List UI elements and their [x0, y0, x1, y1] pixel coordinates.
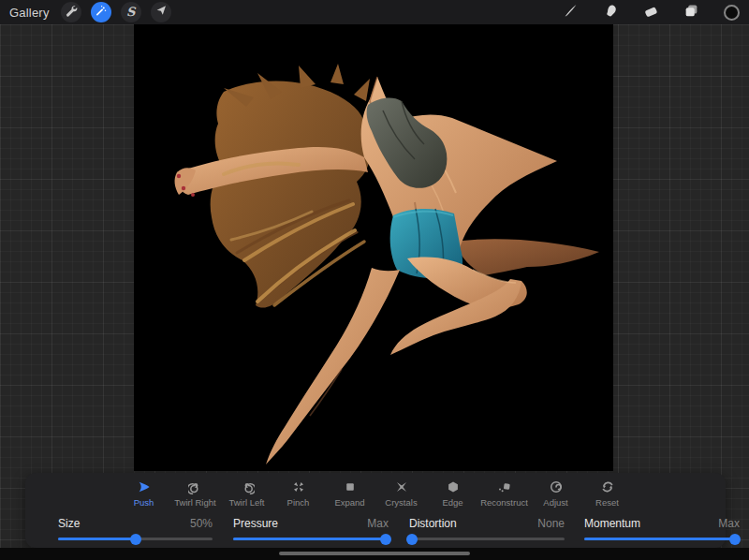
slider-track[interactable] — [58, 538, 213, 540]
tool-crystals[interactable]: Crystals — [375, 479, 427, 508]
selections-button[interactable]: S — [121, 2, 141, 22]
slider-value: Max — [718, 517, 740, 530]
wrench-icon — [64, 4, 78, 22]
tool-push[interactable]: Push — [118, 479, 169, 508]
slider-fill — [58, 538, 136, 540]
toolbar-left-group: S — [61, 2, 171, 22]
tool-label: Reconstruct — [480, 497, 528, 508]
layers-button[interactable] — [681, 2, 701, 22]
edge-icon — [446, 479, 461, 494]
tool-label: Reset — [595, 497, 619, 508]
tool-label: Crystals — [385, 497, 417, 508]
slider-track[interactable] — [584, 538, 740, 540]
tool-expand[interactable]: Expand — [324, 479, 375, 508]
adjustments-liquify-button[interactable] — [91, 2, 111, 22]
eraser-icon — [643, 3, 659, 22]
distortion-slider[interactable]: Distortion None — [409, 517, 565, 540]
slider-label: Distortion — [409, 517, 457, 530]
tool-twirl-right[interactable]: Twirl Right — [169, 479, 221, 508]
tool-label: Pinch — [287, 497, 310, 508]
home-indicator[interactable] — [279, 552, 470, 555]
slider-knob[interactable] — [130, 534, 141, 545]
slider-knob[interactable] — [380, 534, 391, 545]
crystals-icon — [394, 479, 409, 494]
tool-label: Twirl Right — [174, 497, 215, 508]
tool-label: Expand — [334, 497, 364, 508]
liquify-sliders-row: Size 50% Pressure Max Distortion None — [25, 515, 726, 549]
color-swatch — [724, 5, 740, 21]
slider-label: Pressure — [233, 517, 278, 530]
brush-icon — [563, 3, 579, 22]
liquify-tools-row: Push Twirl Right Twirl Left — [25, 473, 726, 515]
twirl-right-icon — [188, 479, 203, 494]
smudge-icon — [603, 3, 619, 22]
reset-icon — [600, 479, 615, 494]
slider-label: Size — [58, 517, 80, 530]
transform-arrow-button[interactable] — [151, 2, 171, 22]
slider-knob[interactable] — [729, 534, 741, 545]
liquify-panel: Push Twirl Right Twirl Left — [25, 473, 726, 548]
pressure-slider[interactable]: Pressure Max — [233, 517, 389, 540]
tool-pinch[interactable]: Pinch — [272, 479, 324, 508]
slider-fill — [584, 538, 735, 540]
tool-reconstruct[interactable]: Reconstruct — [478, 479, 530, 508]
twirl-left-icon — [240, 479, 255, 494]
tool-reset[interactable]: Reset — [581, 479, 633, 508]
color-button[interactable] — [721, 2, 742, 22]
reconstruct-icon — [497, 479, 512, 494]
slider-track[interactable] — [233, 538, 389, 540]
eraser-button[interactable] — [640, 2, 661, 22]
slider-fill — [233, 538, 386, 540]
tool-edge[interactable]: Edge — [427, 479, 478, 508]
toolbar-right-group — [560, 0, 742, 24]
pinch-icon — [291, 479, 306, 494]
tool-label: Edge — [442, 497, 463, 508]
actions-wrench-button[interactable] — [61, 2, 81, 22]
tool-twirl-left[interactable]: Twirl Left — [221, 479, 272, 508]
momentum-slider[interactable]: Momentum Max — [584, 517, 740, 540]
smudge-button[interactable] — [600, 2, 621, 22]
tool-label: Twirl Left — [228, 497, 264, 508]
slider-label: Momentum — [584, 517, 640, 530]
selection-arrow-icon — [154, 4, 168, 21]
tool-label: Adjust — [543, 497, 567, 508]
expand-icon — [343, 479, 358, 494]
push-icon — [137, 479, 152, 494]
slider-track[interactable] — [409, 538, 565, 540]
bottom-strip — [0, 548, 749, 560]
canvas[interactable] — [134, 24, 613, 471]
slider-value: None — [537, 517, 565, 530]
top-toolbar: Gallery S — [0, 0, 749, 24]
slider-knob[interactable] — [406, 534, 418, 545]
canvas-artwork-dancer — [134, 24, 613, 471]
tool-label: Push — [134, 497, 154, 508]
slider-value: Max — [367, 517, 389, 530]
size-slider[interactable]: Size 50% — [58, 517, 213, 540]
slider-value: 50% — [190, 517, 213, 530]
adjust-icon — [549, 479, 564, 494]
tool-adjust[interactable]: Adjust — [530, 479, 581, 508]
liquify-wand-icon — [94, 4, 108, 22]
paint-brush-button[interactable] — [560, 2, 580, 22]
layers-icon — [683, 3, 699, 22]
gallery-button[interactable]: Gallery — [9, 6, 50, 20]
adjustments-s-icon: S — [126, 6, 135, 18]
